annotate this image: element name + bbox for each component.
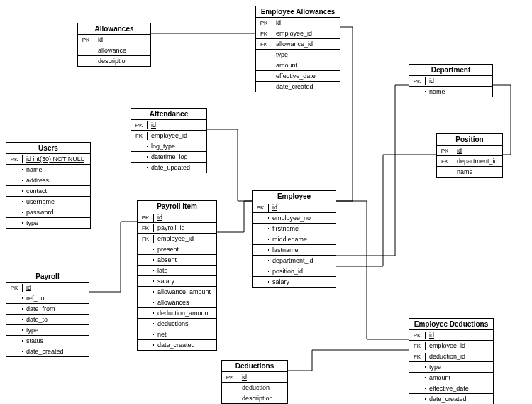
er-diagram-canvas: Allowances PKid allowance description Em…: [0, 0, 532, 404]
entity-attendance: Attendance PKid FKemployee_id log_type d…: [131, 108, 207, 173]
entity-title: Payroll Item: [138, 201, 216, 212]
entity-users: Users PKid int(30) NOT NULL name address…: [6, 142, 91, 229]
entity-title: Users: [6, 143, 90, 154]
entity-employee: Employee PKid employee_no firstname midd…: [252, 190, 336, 288]
entity-title: Employee: [253, 191, 336, 202]
entity-payroll-item: Payroll Item PKid FKpayroll_id FKemploye…: [137, 200, 217, 351]
entity-title: Department: [409, 65, 492, 76]
entity-department: Department PKid name: [409, 64, 493, 97]
entity-employee-deductions: Employee Deductions PKid FKemployee_id F…: [409, 318, 494, 404]
entity-allowances: Allowances PKid allowance description: [77, 23, 151, 67]
entity-title: Deductions: [222, 361, 287, 372]
entity-title: Position: [437, 134, 502, 146]
entity-employee-allowances: Employee Allowances PKid FKemployee_id F…: [255, 6, 340, 92]
entity-deductions: Deductions PKid deduction description: [221, 360, 288, 404]
entity-title: Payroll: [6, 271, 89, 283]
entity-title: Attendance: [131, 109, 206, 120]
entity-title: Employee Allowances: [256, 6, 340, 18]
entity-title: Allowances: [78, 23, 150, 35]
entity-position: Position PKid FKdepartment_id name: [436, 133, 503, 178]
entity-title: Employee Deductions: [409, 319, 493, 330]
entity-payroll: Payroll PKid ref_no date_from date_to ty…: [6, 271, 89, 357]
